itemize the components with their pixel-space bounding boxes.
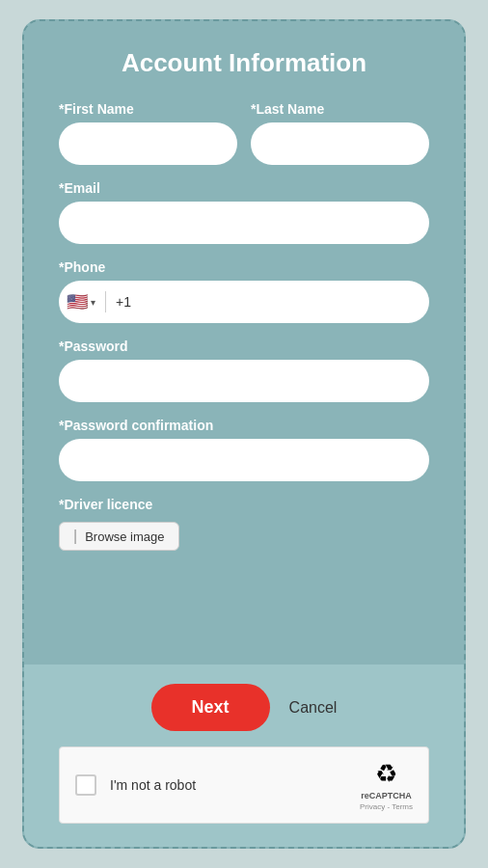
account-information-card: Account Information *First Name *Last Na… [22,19,466,849]
password-group: *Password [59,339,429,402]
phone-label: *Phone [59,259,429,275]
browse-image-button[interactable]: Browse image [59,522,179,551]
recaptcha-widget: I'm not a robot ♻ reCAPTCHA Privacy - Te… [59,746,429,824]
email-group: *Email [59,180,429,244]
next-button[interactable]: Next [151,684,270,731]
password-confirm-input[interactable] [59,439,429,481]
first-name-input[interactable] [59,122,237,165]
phone-group: *Phone 🇺🇸 ▾ +1 [59,259,429,323]
phone-input[interactable] [137,294,418,310]
form-area: Account Information *First Name *Last Na… [24,21,464,665]
last-name-group: *Last Name [251,101,429,165]
first-name-group: *First Name [59,101,237,165]
action-row: Next Cancel [151,684,338,731]
chevron-down-icon: ▾ [91,297,95,308]
phone-wrapper: 🇺🇸 ▾ +1 [59,281,429,323]
driver-licence-label: *Driver licence [59,497,429,512]
recaptcha-links: Privacy - Terms [360,802,413,811]
password-input[interactable] [59,360,429,402]
recaptcha-label: I'm not a robot [110,777,346,793]
footer-area: Next Cancel I'm not a robot ♻ reCAPTCHA … [24,665,464,847]
password-confirm-label: *Password confirmation [59,418,429,433]
email-input[interactable] [59,202,429,244]
last-name-input[interactable] [251,122,429,165]
last-name-label: *Last Name [251,101,429,117]
cancel-button[interactable]: Cancel [289,699,338,717]
first-name-label: *First Name [59,101,237,117]
name-row: *First Name *Last Name [59,101,429,165]
phone-prefix: +1 [116,294,131,310]
recaptcha-icon: ♻ [375,759,397,789]
flag-icon: 🇺🇸 [67,291,88,312]
phone-divider [105,291,106,312]
password-label: *Password [59,339,429,354]
driver-licence-group: *Driver licence Browse image [59,497,429,551]
recaptcha-brand: reCAPTCHA [361,791,412,800]
password-confirm-group: *Password confirmation [59,418,429,481]
page-title: Account Information [59,48,429,78]
phone-country-selector[interactable]: 🇺🇸 ▾ [67,291,95,312]
recaptcha-checkbox[interactable] [75,774,96,796]
email-label: *Email [59,180,429,196]
recaptcha-logo: ♻ reCAPTCHA Privacy - Terms [360,759,413,811]
